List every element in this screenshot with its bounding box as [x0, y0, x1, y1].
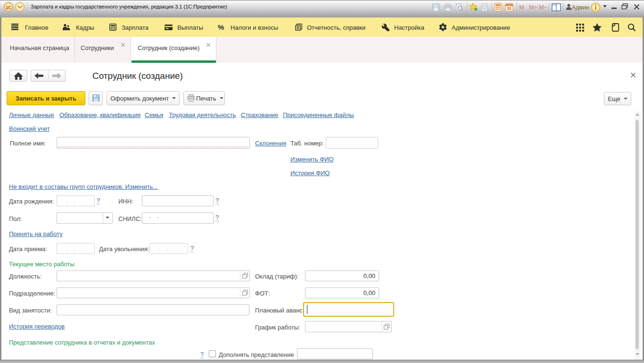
svg-text:1C: 1C [6, 5, 11, 10]
svg-text:31: 31 [507, 6, 512, 11]
